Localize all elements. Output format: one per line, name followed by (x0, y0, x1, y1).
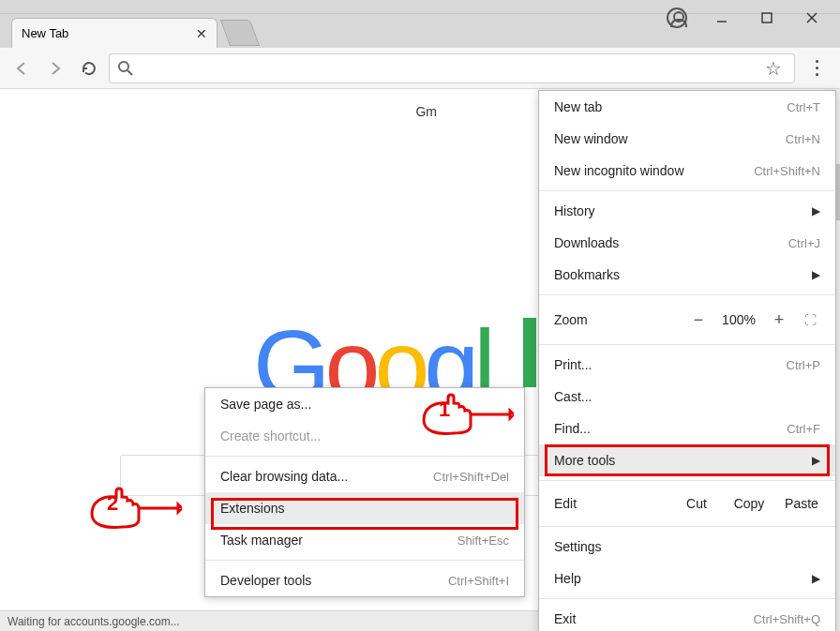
pointer-hand-icon (88, 486, 182, 529)
menu-new-tab[interactable]: New tabCtrl+T (539, 91, 835, 123)
svg-point-4 (119, 62, 128, 71)
menu-new-incognito[interactable]: New incognito windowCtrl+Shift+N (539, 155, 835, 187)
menu-find[interactable]: Find...Ctrl+F (539, 413, 835, 444)
menu-new-window[interactable]: New windowCtrl+N (539, 123, 835, 155)
maximize-button[interactable] (744, 2, 789, 34)
annotation-pointer-2: 2 (88, 486, 182, 529)
logo-l-bar (523, 318, 536, 387)
zoom-in-button[interactable]: + (764, 310, 794, 330)
submenu-sep (205, 456, 524, 457)
avatar-icon (667, 8, 687, 28)
submenu-arrow-icon: ▶ (812, 268, 820, 281)
svg-line-5 (128, 70, 132, 75)
tab-new-tab[interactable]: New Tab ✕ (11, 18, 218, 48)
tab-title: New Tab (22, 26, 68, 40)
reload-button[interactable] (75, 54, 103, 83)
submenu-arrow-icon: ▶ (812, 204, 820, 218)
annotation-frame-1 (545, 444, 830, 476)
new-tab-button[interactable] (220, 20, 260, 46)
menu-dots-icon (816, 60, 818, 63)
menu-zoom-row: Zoom − 100% + ⛶ (539, 299, 835, 340)
menu-downloads[interactable]: DownloadsCtrl+J (539, 227, 835, 259)
address-bar[interactable]: ☆ (109, 53, 795, 83)
submenu-dev-tools[interactable]: Developer toolsCtrl+Shift+I (205, 564, 524, 596)
menu-sep (539, 598, 835, 599)
reload-icon (81, 60, 98, 77)
close-window-button[interactable] (789, 2, 834, 34)
submenu-clear-data[interactable]: Clear browsing data...Ctrl+Shift+Del (205, 460, 524, 492)
menu-settings[interactable]: Settings (539, 531, 835, 563)
toolbar: ☆ (0, 48, 840, 89)
forward-arrow-icon (47, 60, 64, 77)
menu-sep (539, 190, 835, 191)
menu-edit-row: Edit Cut Copy Paste (539, 485, 835, 522)
bookmark-star-icon[interactable]: ☆ (762, 57, 785, 80)
edit-copy-button[interactable]: Copy (723, 496, 775, 511)
menu-sep (539, 344, 835, 345)
svg-rect-1 (762, 13, 772, 23)
annotation-frame-2 (211, 498, 518, 530)
back-button[interactable] (8, 54, 36, 83)
menu-bookmarks[interactable]: Bookmarks▶ (539, 259, 835, 291)
annotation-pointer-1: 1 (420, 392, 514, 435)
status-text: Waiting for accounts.google.com... (8, 615, 180, 628)
menu-print[interactable]: Print...Ctrl+P (539, 349, 835, 381)
main-menu-button[interactable] (801, 54, 832, 83)
window-buttons (654, 2, 834, 34)
pointer-hand-icon (420, 392, 514, 435)
submenu-arrow-icon: ▶ (812, 572, 820, 585)
gmail-link[interactable]: Gm (415, 104, 437, 119)
edit-cut-button[interactable]: Cut (670, 496, 723, 511)
edit-paste-button[interactable]: Paste (775, 496, 828, 511)
profile-avatar[interactable] (654, 2, 699, 34)
tab-close-icon[interactable]: ✕ (196, 26, 207, 41)
forward-button[interactable] (41, 54, 69, 83)
search-icon (117, 60, 134, 77)
menu-history[interactable]: History▶ (539, 195, 835, 227)
menu-more-tools[interactable]: More tools▶ (539, 444, 835, 476)
back-arrow-icon (13, 60, 30, 77)
zoom-value: 100% (713, 312, 764, 327)
menu-sep (539, 480, 835, 481)
fullscreen-icon[interactable]: ⛶ (794, 313, 828, 327)
minimize-button[interactable] (699, 2, 744, 34)
menu-cast[interactable]: Cast... (539, 381, 835, 413)
menu-sep (539, 294, 835, 295)
menu-exit[interactable]: ExitCtrl+Shift+Q (539, 603, 835, 631)
submenu-sep (205, 560, 524, 561)
menu-sep (539, 526, 835, 527)
zoom-out-button[interactable]: − (683, 310, 713, 330)
menu-help[interactable]: Help▶ (539, 563, 835, 594)
main-menu: New tabCtrl+T New windowCtrl+N New incog… (538, 90, 836, 631)
